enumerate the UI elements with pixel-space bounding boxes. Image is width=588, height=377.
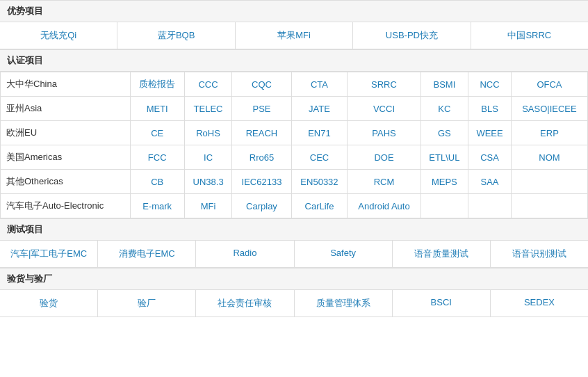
cert-cell[interactable]: EN71 — [291, 121, 348, 145]
row-label-3: 美国Americas — [1, 145, 131, 170]
cert-cell[interactable]: CTA — [291, 72, 348, 97]
inspect-item-0[interactable]: 验货 — [0, 290, 98, 316]
cert-cell[interactable]: RCM — [348, 170, 420, 194]
inspect-item-2[interactable]: 社会责任审核 — [196, 290, 294, 316]
cert-cell[interactable]: SASO|IECEE — [511, 97, 587, 121]
cert-cell[interactable]: CEC — [291, 145, 348, 170]
row-label-2: 欧洲EU — [1, 121, 131, 145]
inspect-item-4[interactable]: BSCI — [393, 290, 491, 316]
cert-cell[interactable]: JATE — [291, 97, 348, 121]
cert-cell[interactable]: IC — [184, 145, 232, 170]
cert-cell[interactable]: CE — [130, 121, 184, 145]
cert-cell[interactable]: TELEC — [184, 97, 232, 121]
cert-cell[interactable]: PSE — [232, 97, 291, 121]
cert-cell[interactable]: MFi — [184, 194, 232, 218]
cert-cell[interactable]: Rro65 — [232, 145, 291, 170]
inspection-section: 验货与验厂 验货 验厂 社会责任审核 质量管理体系 BSCI SEDEX — [0, 268, 588, 317]
advantage-item-3[interactable]: USB-PD快充 — [353, 22, 471, 49]
cert-cell[interactable]: CCC — [184, 72, 232, 97]
certification-section: 认证项目 大中华China 质检报告 CCC CQC CTA SRRC BSMI… — [0, 49, 588, 218]
inspection-header: 验货与验厂 — [0, 268, 588, 290]
cert-cell — [468, 194, 512, 218]
test-item-1[interactable]: 消费电子EMC — [98, 241, 196, 267]
cert-cell[interactable]: PAHS — [348, 121, 420, 145]
row-label-1: 亚州Asia — [1, 97, 131, 121]
inspect-item-5[interactable]: SEDEX — [491, 290, 588, 316]
row-label-4: 其他Othericas — [1, 170, 131, 194]
certification-header: 认证项目 — [0, 49, 588, 72]
test-item-3[interactable]: Safety — [295, 241, 393, 267]
cert-cell[interactable]: DOE — [348, 145, 420, 170]
cert-cell[interactable]: RoHS — [184, 121, 232, 145]
cert-cell[interactable]: CQC — [232, 72, 291, 97]
cert-cell[interactable]: KC — [420, 97, 468, 121]
cert-cell[interactable]: OFCA — [511, 72, 587, 97]
table-row: 汽车电子Auto-Electronic E-mark MFi Carplay C… — [1, 194, 588, 218]
advantage-item-2[interactable]: 苹果MFi — [236, 22, 353, 49]
cert-cell[interactable]: BSMI — [420, 72, 468, 97]
test-item-2[interactable]: Radio — [196, 241, 294, 267]
cert-cell[interactable]: SRRC — [348, 72, 420, 97]
table-row: 亚州Asia METI TELEC PSE JATE VCCI KC BLS S… — [1, 97, 588, 121]
cert-cell[interactable]: IEC62133 — [232, 170, 291, 194]
advantage-section: 优势项目 无线充Qi 蓝牙BQB 苹果MFi USB-PD快充 中国SRRC — [0, 0, 588, 49]
advantage-item-1[interactable]: 蓝牙BQB — [117, 22, 235, 49]
test-item-5[interactable]: 语音识别测试 — [491, 241, 588, 267]
advantage-row: 无线充Qi 蓝牙BQB 苹果MFi USB-PD快充 中国SRRC — [0, 22, 588, 49]
test-item-0[interactable]: 汽车|军工电子EMC — [0, 241, 98, 267]
table-row: 欧洲EU CE RoHS REACH EN71 PAHS GS WEEE ERP — [1, 121, 588, 145]
inspect-row: 验货 验厂 社会责任审核 质量管理体系 BSCI SEDEX — [0, 290, 588, 317]
cert-cell[interactable]: CB — [130, 170, 184, 194]
cert-cell[interactable]: E-mark — [130, 194, 184, 218]
cert-table: 大中华China 质检报告 CCC CQC CTA SRRC BSMI NCC … — [0, 72, 588, 218]
cert-cell[interactable]: EN50332 — [291, 170, 348, 194]
test-item-4[interactable]: 语音质量测试 — [393, 241, 491, 267]
cert-cell — [511, 170, 587, 194]
table-row: 其他Othericas CB UN38.3 IEC62133 EN50332 R… — [1, 170, 588, 194]
cert-cell[interactable]: Carplay — [232, 194, 291, 218]
advantage-item-0[interactable]: 无线充Qi — [0, 22, 117, 49]
cert-cell[interactable]: CSA — [468, 145, 512, 170]
inspect-item-3[interactable]: 质量管理体系 — [295, 290, 393, 316]
cert-cell[interactable]: FCC — [130, 145, 184, 170]
cert-cell[interactable]: ERP — [511, 121, 587, 145]
cert-cell[interactable]: NOM — [511, 145, 587, 170]
cert-cell[interactable]: CarLife — [291, 194, 348, 218]
cert-cell — [420, 194, 468, 218]
cert-cell[interactable]: 质检报告 — [130, 72, 184, 97]
row-label-5: 汽车电子Auto-Electronic — [1, 194, 131, 218]
cert-cell[interactable]: REACH — [232, 121, 291, 145]
cert-cell[interactable]: ETL\UL — [420, 145, 468, 170]
cert-cell[interactable]: BLS — [468, 97, 512, 121]
cert-cell[interactable]: GS — [420, 121, 468, 145]
row-label-0: 大中华China — [1, 72, 131, 97]
cert-cell[interactable]: UN38.3 — [184, 170, 232, 194]
table-row: 美国Americas FCC IC Rro65 CEC DOE ETL\UL C… — [1, 145, 588, 170]
cert-cell[interactable]: WEEE — [468, 121, 512, 145]
cert-cell[interactable]: METI — [130, 97, 184, 121]
advantage-item-4[interactable]: 中国SRRC — [471, 22, 588, 49]
cert-cell — [511, 194, 587, 218]
cert-cell[interactable]: MEPS — [420, 170, 468, 194]
test-header: 测试项目 — [0, 218, 588, 241]
test-row: 汽车|军工电子EMC 消费电子EMC Radio Safety 语音质量测试 语… — [0, 241, 588, 268]
advantage-header: 优势项目 — [0, 0, 588, 22]
inspect-item-1[interactable]: 验厂 — [98, 290, 196, 316]
cert-cell[interactable]: SAA — [468, 170, 512, 194]
test-section: 测试项目 汽车|军工电子EMC 消费电子EMC Radio Safety 语音质… — [0, 218, 588, 268]
cert-cell[interactable]: NCC — [468, 72, 512, 97]
cert-cell[interactable]: Android Auto — [348, 194, 420, 218]
table-row: 大中华China 质检报告 CCC CQC CTA SRRC BSMI NCC … — [1, 72, 588, 97]
cert-cell[interactable]: VCCI — [348, 97, 420, 121]
